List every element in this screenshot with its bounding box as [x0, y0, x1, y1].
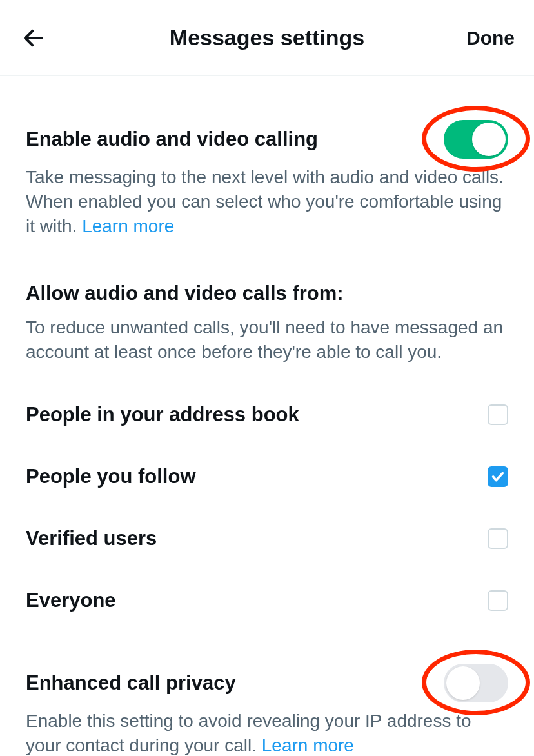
learn-more-link[interactable]: Learn more	[262, 735, 354, 755]
enhanced-privacy-title: Enhanced call privacy	[26, 671, 236, 695]
enable-calling-row: Enable audio and video calling	[26, 102, 508, 165]
enable-calling-toggle[interactable]	[444, 120, 508, 159]
enhanced-privacy-desc: Enable this setting to avoid revealing y…	[26, 709, 508, 756]
checkbox-people-you-follow[interactable]	[488, 466, 508, 487]
option-people-you-follow[interactable]: People you follow	[26, 446, 508, 508]
learn-more-link[interactable]: Learn more	[82, 216, 174, 236]
enable-calling-desc: Take messaging to the next level with au…	[26, 165, 508, 250]
arrow-left-icon	[21, 26, 46, 50]
option-label: People you follow	[26, 465, 196, 488]
allow-from-heading: Allow audio and video calls from:	[26, 250, 508, 315]
option-address-book[interactable]: People in your address book	[26, 384, 508, 446]
option-label: People in your address book	[26, 403, 299, 426]
page-title: Messages settings	[170, 25, 364, 50]
allow-from-desc: To reduce unwanted calls, you'll need to…	[26, 315, 508, 384]
header: Messages settings Done	[0, 0, 534, 76]
enable-calling-toggle-wrap	[444, 120, 508, 159]
enhanced-privacy-row: Enhanced call privacy	[26, 646, 508, 709]
back-button[interactable]	[19, 24, 48, 52]
content: Enable audio and video calling Take mess…	[0, 76, 534, 756]
option-label: Everyone	[26, 589, 116, 612]
toggle-knob	[472, 123, 506, 156]
enable-calling-title: Enable audio and video calling	[26, 128, 318, 151]
option-label: Verified users	[26, 527, 157, 550]
toggle-knob	[446, 666, 480, 700]
checkbox-everyone[interactable]	[488, 590, 508, 611]
done-button[interactable]: Done	[466, 27, 515, 49]
option-everyone[interactable]: Everyone	[26, 570, 508, 632]
checkbox-verified-users[interactable]	[488, 528, 508, 549]
enhanced-privacy-toggle-wrap	[444, 664, 508, 702]
enhanced-privacy-toggle[interactable]	[444, 664, 508, 702]
checkbox-address-book[interactable]	[488, 404, 508, 425]
check-icon	[491, 470, 505, 484]
option-verified-users[interactable]: Verified users	[26, 508, 508, 570]
enhanced-privacy-block: Enhanced call privacy Enable this settin…	[26, 646, 508, 756]
